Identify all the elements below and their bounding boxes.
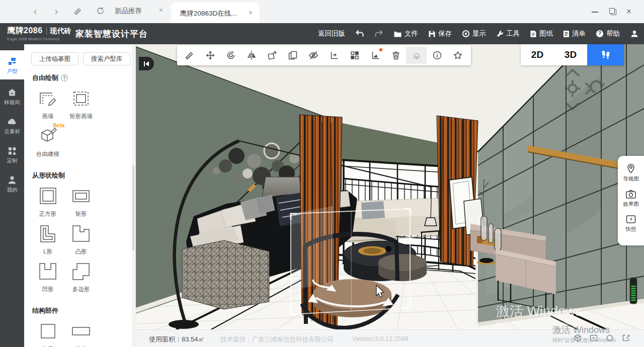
move-tool-button[interactable] bbox=[200, 47, 220, 64]
measure-tool-button[interactable] bbox=[179, 47, 200, 64]
render-image-button[interactable]: 效果图 bbox=[623, 189, 639, 208]
snapshot-button[interactable]: 快照 bbox=[625, 214, 636, 233]
left-rail: 户型 样板间 云素材 定制 我的 bbox=[0, 44, 24, 347]
copy-tool-button[interactable] bbox=[282, 47, 303, 64]
svg-text:?: ? bbox=[598, 31, 601, 36]
tool-draw-wall[interactable]: 画墙 bbox=[31, 88, 64, 120]
floorplan-icon bbox=[7, 56, 17, 66]
undo-icon[interactable] bbox=[355, 30, 364, 38]
page-title: 家装智慧设计平台 bbox=[75, 28, 148, 40]
tool-rect-wall[interactable]: 矩形画墙 bbox=[64, 88, 98, 120]
free-modeling-icon bbox=[37, 125, 59, 147]
snap-to-wall-button[interactable] bbox=[324, 47, 344, 64]
tool-concave-shape[interactable]: 凹形 bbox=[31, 261, 64, 293]
mode-3d-button[interactable]: 3D bbox=[554, 44, 587, 65]
cloud-icon bbox=[7, 117, 18, 127]
upload-trace-image-button[interactable]: 上传临摹图 bbox=[31, 52, 78, 65]
tab-new-products[interactable]: 新品推荐 bbox=[115, 7, 142, 16]
browser-forward-icon[interactable]: › bbox=[50, 5, 62, 17]
used-area-value: 使用面积：83.54㎡ bbox=[149, 335, 205, 344]
guide-view-button[interactable]: 导视图 bbox=[623, 163, 639, 183]
tool-free-modeling[interactable]: Beta 自由建模 bbox=[31, 125, 64, 158]
save-button[interactable]: 保存 bbox=[428, 29, 452, 38]
camera-icon bbox=[625, 189, 636, 199]
platform-icon bbox=[70, 320, 92, 342]
file-menu[interactable]: 文件 bbox=[393, 29, 418, 38]
sidebar-item-custom[interactable]: 定制 bbox=[0, 146, 24, 164]
column-icon bbox=[37, 320, 59, 342]
battery-indicator bbox=[630, 278, 637, 304]
concave-shape-icon bbox=[37, 261, 59, 283]
mirror-tool-button[interactable] bbox=[241, 47, 262, 64]
hide-tool-button[interactable] bbox=[303, 47, 324, 64]
tool-polygon[interactable]: 多边形 bbox=[64, 261, 98, 293]
list-menu[interactable]: 清单 bbox=[563, 29, 586, 38]
transform-tool-button[interactable] bbox=[262, 47, 282, 64]
ceiling-lamp-button[interactable] bbox=[406, 47, 427, 64]
help-menu[interactable]: ? 帮助 bbox=[596, 29, 620, 38]
floorplan-panel: 上传临摹图 搜索户型库 自由绘制 ? 画墙 矩形画墙 Beta 自由建模 从形状… bbox=[24, 44, 136, 347]
sidebar-item-mine[interactable]: 我的 bbox=[0, 175, 24, 194]
tool-rectangle[interactable]: 矩形 bbox=[64, 185, 98, 218]
help-icon[interactable]: ? bbox=[61, 74, 68, 81]
mode-2d-button[interactable]: 2D bbox=[521, 44, 554, 65]
delete-button[interactable] bbox=[385, 47, 406, 64]
tool-platform[interactable]: 地台 bbox=[64, 320, 98, 347]
section-structural-parts: 结构部件 bbox=[32, 306, 130, 315]
sidebar-item-showrooms[interactable]: 样板间 bbox=[0, 88, 24, 106]
model-cube-icon[interactable] bbox=[574, 334, 582, 342]
tool-convex-shape[interactable]: 凸形 bbox=[64, 223, 98, 255]
section-draw-from-shapes: 从形状绘制 bbox=[32, 171, 130, 180]
sidebar-item-floorplan[interactable]: 户型 bbox=[0, 50, 24, 79]
browser-back-icon[interactable]: ‹ bbox=[29, 5, 41, 17]
display-menu[interactable]: 显示 bbox=[462, 29, 486, 38]
l-shape-icon bbox=[37, 223, 59, 245]
tools-menu[interactable]: 工具 bbox=[496, 29, 520, 38]
tab-active-design[interactable]: 鹰牌20863D在线... × bbox=[171, 3, 260, 23]
loading-ring-icon[interactable] bbox=[606, 334, 614, 342]
refresh-icon[interactable] bbox=[94, 6, 106, 18]
tool-column[interactable]: 柱子 bbox=[31, 320, 64, 347]
tool-square[interactable]: 正方形 bbox=[31, 185, 64, 218]
footprints-icon bbox=[601, 49, 611, 60]
profile-icon[interactable] bbox=[630, 29, 639, 38]
window-maximize-button[interactable] bbox=[607, 7, 617, 17]
panel-scrollbar[interactable] bbox=[132, 44, 135, 347]
window-close-button[interactable]: × bbox=[624, 7, 634, 17]
sidebar-item-cloud-materials[interactable]: 云素材 bbox=[0, 117, 24, 135]
feedback-edit-icon[interactable] bbox=[622, 334, 630, 342]
search-floorplan-library-button[interactable]: 搜索户型库 bbox=[83, 52, 130, 65]
info-button[interactable] bbox=[427, 47, 447, 64]
window-minimize-button[interactable] bbox=[590, 7, 600, 17]
tab-close-icon[interactable]: × bbox=[249, 9, 253, 17]
snapshot-icon bbox=[625, 214, 636, 224]
room-3d-scene: 激活 Windows 转到“设置”以激活 Windows bbox=[136, 44, 644, 329]
person-icon bbox=[7, 175, 17, 185]
design-viewport[interactable]: 激活 Windows 转到“设置”以激活 Windows bbox=[136, 44, 644, 329]
watermark-text: 激活 Windows bbox=[496, 304, 582, 319]
back-to-old-version-button[interactable]: 返回旧版 bbox=[318, 29, 345, 38]
walk-mode-button[interactable] bbox=[587, 44, 624, 65]
group-tool-button[interactable] bbox=[344, 47, 365, 64]
watermark-subtext: 转到“设置”以激活 Windows bbox=[496, 320, 569, 327]
view-mode-toggle: 2D 3D bbox=[521, 44, 624, 65]
custom-blocks-icon bbox=[7, 146, 17, 156]
brand-logo: 鹰牌2086 现代砖 Eagle 2086 Modern Ceramics bbox=[7, 26, 71, 41]
object-toolbar bbox=[177, 45, 471, 65]
drawings-menu[interactable]: 图纸 bbox=[530, 29, 553, 38]
link-icon[interactable] bbox=[71, 7, 84, 19]
notification-dot bbox=[379, 48, 382, 51]
attach-to-wall-button[interactable] bbox=[365, 47, 385, 64]
draw-wall-icon bbox=[37, 88, 59, 110]
video-icon[interactable] bbox=[590, 334, 598, 342]
square-icon bbox=[37, 185, 59, 207]
version-text: Version:3.0.13.2599 bbox=[352, 335, 408, 342]
tab-close-icon[interactable]: × bbox=[159, 6, 163, 14]
tool-l-shape[interactable]: L形 bbox=[31, 223, 64, 255]
collapse-panel-button[interactable] bbox=[139, 57, 154, 70]
favorite-button[interactable] bbox=[447, 47, 468, 64]
redo-icon[interactable] bbox=[374, 30, 383, 38]
rotate-tool-button[interactable] bbox=[220, 47, 241, 64]
house-icon bbox=[7, 88, 17, 98]
app-header: 鹰牌2086 现代砖 Eagle 2086 Modern Ceramics 家装… bbox=[0, 23, 644, 44]
